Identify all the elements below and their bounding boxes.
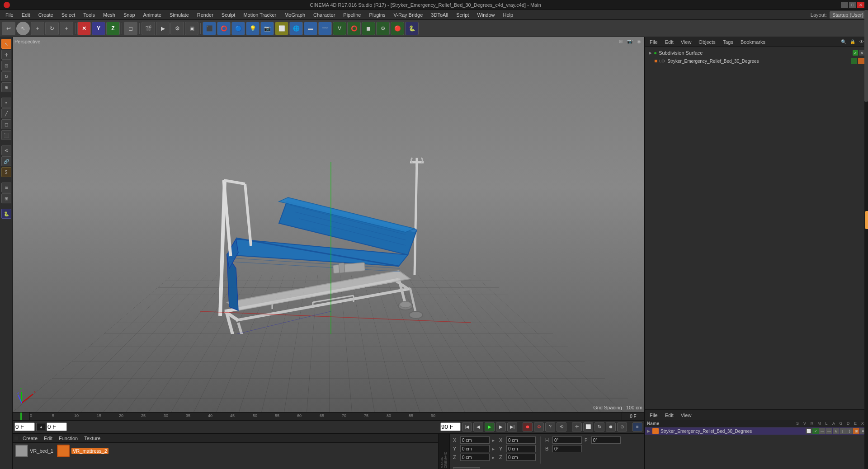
menu-file[interactable]: File [2,11,17,19]
obj-menu-view[interactable]: View [679,39,693,45]
y-size-input[interactable] [506,445,536,452]
rotate-button[interactable]: ↻ [1,71,11,81]
world-mode-select[interactable]: World [453,467,480,469]
menu-help[interactable]: Help [500,11,517,19]
material-menu-function[interactable]: Function [57,435,80,441]
layout-selector[interactable]: Startup (User) [830,11,866,19]
material-button[interactable]: ⬜ [275,22,288,35]
material-menu-texture[interactable]: Texture [82,435,102,441]
vray-render-button[interactable]: 🔴 [391,22,404,35]
cylinder-button[interactable]: 🔵 [231,22,245,35]
frame-counter[interactable] [47,422,67,431]
record2-button[interactable]: ⏺ [606,422,616,431]
x-size-input[interactable] [506,436,536,444]
material-menu-edit[interactable]: Edit [42,435,54,441]
menu-tools[interactable]: Tools [80,11,99,19]
sphere-button[interactable]: ⭕ [217,22,231,35]
menu-pipeline[interactable]: Pipeline [340,11,364,19]
end-frame-input[interactable] [440,422,461,431]
solo-button[interactable]: ⊙ [617,422,627,431]
light-button[interactable]: 💡 [246,22,259,35]
material-item-1[interactable]: VR_bed_1 [15,445,53,457]
window-controls[interactable]: _ □ ✕ [841,2,864,8]
obj-menu-bookmarks[interactable]: Bookmarks [739,39,767,45]
menu-snap[interactable]: Snap [120,11,139,19]
viewport-camera-icon[interactable]: 📷 [626,38,633,45]
obj-item-subdiv[interactable]: ▶ ● Subdivision Surface ✓ ✕ [647,49,866,57]
vray-button[interactable]: V [333,22,346,35]
motion-path-button[interactable]: ⟲ [557,422,566,431]
play-forward-button[interactable]: ▶ [496,422,506,431]
undo-button[interactable]: ↩ [2,22,15,35]
attr-menu-view[interactable]: View [679,412,693,418]
menu-animate[interactable]: Animate [140,11,165,19]
transform-button[interactable]: ⊕ [1,82,11,92]
go-to-end-button[interactable]: ▶| [507,422,517,431]
move-tool-button[interactable]: ↖ [16,22,30,35]
snap-to-key-button[interactable]: ✛ [572,422,582,431]
viewport-display-icon[interactable]: ◉ [635,38,642,45]
menu-motion-tracker[interactable]: Motion Tracker [240,11,280,19]
p-rotation-input[interactable] [591,436,621,444]
loop-button[interactable]: ↻ [594,422,604,431]
obj-menu-file[interactable]: File [648,39,660,45]
menu-create[interactable]: Create [35,11,57,19]
axis-x-button[interactable]: ✕ [77,22,91,35]
attr-menu-edit[interactable]: Edit [663,412,675,418]
z-position-input[interactable] [460,454,490,461]
sculpt-button[interactable]: ≋ [1,183,11,192]
attr-row-bed[interactable]: ▶ Stryker_Emergency_Relief_Bed_30_Degree… [645,427,868,435]
obj-menu-edit[interactable]: Edit [663,39,675,45]
scale-button[interactable]: ⊡ [1,61,11,70]
menu-character[interactable]: Character [310,11,339,19]
lock-icon[interactable]: 🔒 [849,38,856,46]
sky-button[interactable]: 🌐 [289,22,303,35]
new-object-button[interactable]: + [31,22,44,35]
floor-button[interactable]: ▬ [304,22,317,35]
vray-settings-button[interactable]: ⚙ [376,22,390,35]
auto-key-button[interactable]: ⚙ [534,422,544,431]
menu-window[interactable]: Window [473,11,498,19]
render-view-button[interactable]: 🎬 [142,22,155,35]
go-to-start-button[interactable]: |◀ [462,422,472,431]
z-size-input[interactable] [506,454,536,461]
menu-vray-bridge[interactable]: V-Ray Bridge [390,11,427,19]
obj-menu-tags[interactable]: Tags [721,39,735,45]
object-mode-button[interactable]: ◻ [124,22,137,35]
menu-simulate[interactable]: Simulate [166,11,193,19]
vray-material-button[interactable]: ◼ [362,22,375,35]
search-icon[interactable]: 🔍 [840,38,847,46]
close-button[interactable]: ✕ [857,2,864,8]
x-position-input[interactable] [460,436,490,444]
play-button[interactable]: ▶ [485,422,495,431]
menu-edit[interactable]: Edit [18,11,34,19]
menu-script[interactable]: Script [453,11,472,19]
tweak-mode-button[interactable]: ⟲ [1,145,11,155]
current-frame-input[interactable] [14,422,35,431]
camera-button[interactable]: 📷 [260,22,274,35]
python-side-button[interactable]: 🐍 [1,209,11,219]
obj-item-bed[interactable]: ■ LO Stryker_Emergency_Relief_Bed_30_Deg… [647,57,866,65]
menu-select[interactable]: Select [58,11,79,19]
menu-plugins[interactable]: Plugins [365,11,389,19]
add-key-button[interactable]: ⬜ [583,422,593,431]
menu-render[interactable]: Render [193,11,217,19]
record-button[interactable]: ⏺ [523,422,533,431]
polygon-mode-button[interactable]: ◻ [1,119,11,129]
axis-y-button[interactable]: Y [92,22,105,35]
menu-sculpt[interactable]: Sculpt [218,11,239,19]
obj-menu-objects[interactable]: Objects [697,39,717,45]
key-settings-button[interactable]: ? [545,422,555,431]
render-queue-button[interactable]: ▣ [185,22,198,35]
bed-attr-expand[interactable]: ▶ [647,429,652,433]
select-tool-button[interactable]: ↖ [1,39,11,49]
material-item-2[interactable]: VR_mattress_2 [57,445,108,457]
paint-button[interactable]: ⊞ [1,193,11,203]
viewport-maximize-icon[interactable]: ⊞ [617,38,624,45]
rotate-tool-button[interactable]: ↻ [45,22,59,35]
timeline-view-button[interactable]: ≡ [632,422,642,431]
viewport-3d[interactable]: View Cameras Display Options Filter Pane… [13,37,644,412]
object-mode-btn2[interactable]: ⬛ [1,130,11,140]
right-panel-toggle[interactable] [865,211,868,229]
subdiv-expand-icon[interactable]: ▶ [649,51,652,55]
